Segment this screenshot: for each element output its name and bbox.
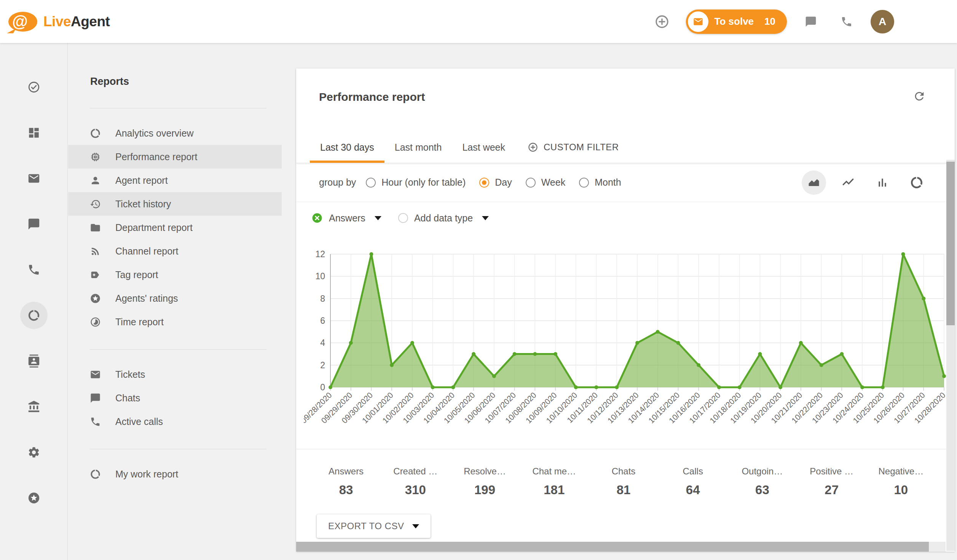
tab-last-30-days[interactable]: Last 30 days <box>310 132 384 163</box>
horizontal-scrollbar-thumb[interactable] <box>296 542 929 552</box>
add-data-type-chip[interactable]: Add data type <box>398 213 489 224</box>
group-by-option-month[interactable]: Month <box>579 177 621 188</box>
rail-item-customers[interactable] <box>20 347 48 375</box>
custom-filter-button[interactable]: CUSTOM FILTER <box>528 132 619 163</box>
data-type-chips: Answers Add data type <box>296 202 955 234</box>
rail-item-academy[interactable] <box>20 393 48 420</box>
area-chart-svg: 02468101209/28/202009/29/202009/30/20201… <box>304 243 948 448</box>
header-actions: To solve 10 A <box>650 10 894 34</box>
radio-label: Month <box>595 177 621 188</box>
page-title: Performance report <box>319 91 425 103</box>
rail-item-calls[interactable] <box>20 256 48 283</box>
custom-filter-label: CUSTOM FILTER <box>544 142 619 153</box>
chat-icon <box>805 16 817 28</box>
menu-item-department-report[interactable]: Department report <box>68 216 282 239</box>
group-by-label: group by <box>319 177 356 188</box>
rail-item-reports[interactable] <box>20 302 48 329</box>
refresh-report-button[interactable] <box>913 90 926 104</box>
tab-last-month[interactable]: Last month <box>384 132 452 163</box>
menu-item-performance-report[interactable]: Performance report <box>68 145 282 169</box>
stat-label: Chats <box>612 466 636 477</box>
liveagent-app: @ LiveAgent To solve 10 A Reports Analyt… <box>0 0 957 560</box>
svg-text:2: 2 <box>320 360 325 370</box>
stat-label: Positive … <box>810 466 853 477</box>
phone-icon <box>841 16 853 28</box>
stat-label: Calls <box>683 466 703 477</box>
star-circle-icon <box>27 492 40 504</box>
stat-label: Resolve… <box>464 466 506 477</box>
horizontal-scrollbar[interactable] <box>296 542 955 552</box>
menu-item-label: Channel report <box>115 246 178 257</box>
top-header: @ LiveAgent To solve 10 A <box>0 0 957 43</box>
timelapse-icon <box>90 317 101 328</box>
menu-item-agent-report[interactable]: Agent report <box>68 169 282 192</box>
plus-circle-icon <box>528 142 538 153</box>
menu-item-my-work-report[interactable]: My work report <box>68 462 282 486</box>
menu-item-agents-ratings[interactable]: Agents' ratings <box>68 286 282 310</box>
plus-circle-icon <box>654 14 670 29</box>
rail-item-to-solve[interactable] <box>20 73 48 101</box>
radio-icon[interactable] <box>579 178 589 188</box>
svg-text:6: 6 <box>320 316 325 326</box>
menu-divider <box>90 449 266 449</box>
person-icon <box>90 175 101 186</box>
menu-item-tickets[interactable]: Tickets <box>68 363 282 386</box>
menu-item-ticket-history[interactable]: Ticket history <box>68 192 282 216</box>
liveagent-logo[interactable]: @ LiveAgent <box>8 12 110 32</box>
rail-item-settings[interactable] <box>20 439 48 466</box>
toggle-donut-chart[interactable] <box>904 170 929 195</box>
rail-item-tickets[interactable] <box>20 165 48 192</box>
stat-value: 64 <box>686 483 700 497</box>
menu-item-channel-report[interactable]: Channel report <box>68 239 282 263</box>
calls-notifications-button[interactable] <box>835 10 858 33</box>
stat-outgoin-: Outgoin…63 <box>727 449 797 514</box>
tab-last-week[interactable]: Last week <box>452 132 515 163</box>
to-solve-button[interactable]: To solve 10 <box>686 10 787 34</box>
group-by-option-week[interactable]: Week <box>526 177 565 188</box>
liveagent-logo-mark: @ <box>8 12 37 32</box>
rail-item-dashboard[interactable] <box>20 119 48 146</box>
stat-value: 10 <box>894 483 908 497</box>
menu-item-label: Active calls <box>115 416 163 427</box>
add-new-button[interactable] <box>650 10 674 33</box>
refresh-icon <box>913 90 926 103</box>
rail-item-gamification[interactable] <box>20 484 48 512</box>
answers-series-chip[interactable]: Answers <box>311 212 381 224</box>
menu-item-active-calls[interactable]: Active calls <box>68 410 282 433</box>
add-chip-label: Add data type <box>414 213 473 224</box>
vertical-scrollbar-thumb[interactable] <box>946 162 955 325</box>
empty-circle-icon <box>398 213 408 223</box>
avatar[interactable]: A <box>871 10 894 33</box>
group-by-option-day[interactable]: Day <box>479 177 512 188</box>
menu-item-chats[interactable]: Chats <box>68 386 282 410</box>
export-to-csv-button[interactable]: EXPORT TO CSV <box>317 514 431 538</box>
rss-icon <box>90 246 101 257</box>
contacts-icon <box>27 355 40 368</box>
toggle-bar-chart[interactable] <box>870 170 895 195</box>
menu-item-tag-report[interactable]: Tag report <box>68 263 282 286</box>
radio-icon[interactable] <box>526 178 536 188</box>
svg-text:12: 12 <box>315 249 325 259</box>
logo-live-text: Live <box>43 14 71 29</box>
radio-icon[interactable] <box>366 178 376 188</box>
group-by-option-hour[interactable]: Hour (only for table) <box>366 177 466 188</box>
menu-item-time-report[interactable]: Time report <box>68 310 282 334</box>
menu-item-analytics-overview[interactable]: Analytics overview <box>68 121 282 145</box>
toggle-line-chart[interactable] <box>836 170 860 195</box>
chats-notifications-button[interactable] <box>799 10 823 33</box>
date-range-tabs: Last 30 days Last month Last week CUSTOM… <box>310 132 955 163</box>
vertical-scrollbar[interactable] <box>946 160 955 551</box>
plus-circle-icon <box>528 142 538 153</box>
remove-series-icon[interactable] <box>311 212 323 224</box>
rail-item-chats[interactable] <box>20 210 48 238</box>
logo-agent-text: Agent <box>71 14 110 29</box>
svg-text:0: 0 <box>320 382 325 392</box>
toggle-area-chart[interactable] <box>802 170 826 195</box>
stat-value: 181 <box>544 483 565 497</box>
stat-label: Created … <box>393 466 437 477</box>
dashboard-icon <box>27 126 40 139</box>
history-icon <box>90 199 101 210</box>
radio-selected-icon[interactable] <box>479 178 489 188</box>
panel-header: Performance report Last 30 days Last mon… <box>296 68 955 163</box>
menu-item-label: Tag report <box>115 269 158 280</box>
